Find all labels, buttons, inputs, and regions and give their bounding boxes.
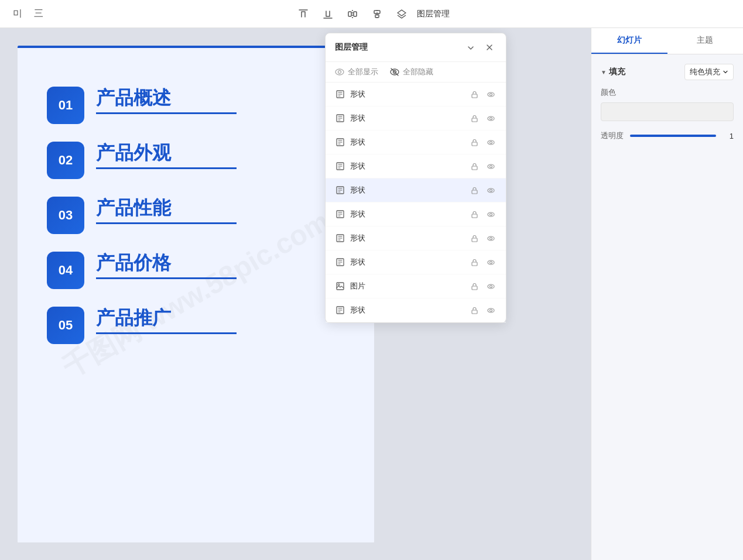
align-top-icon[interactable] (294, 5, 313, 23)
layers-icon[interactable] (392, 5, 411, 23)
layer-type-icon-4 (335, 185, 345, 195)
layer-eye-icon-5[interactable] (485, 208, 497, 220)
menu-item-01[interactable]: 01 产品概述 (47, 87, 345, 124)
layer-eye-icon-6[interactable] (485, 232, 497, 244)
main-layout: 千图网 www.58pic.com 01 产品概述 02 产品外观 03 产品性… (0, 28, 743, 560)
svg-rect-46 (472, 310, 477, 314)
svg-rect-0 (348, 12, 351, 16)
layer-eye-icon-1[interactable] (485, 112, 497, 124)
menu-item-05[interactable]: 05 产品推广 (47, 307, 345, 344)
layer-item-actions-1 (468, 112, 497, 124)
menu-text-area-05: 产品推广 (96, 307, 237, 334)
right-panel: 幻灯片 主题 ▼ 填充 纯色填充 (591, 28, 743, 560)
layer-lock-icon-0[interactable] (468, 88, 480, 100)
layer-eye-icon-4[interactable] (485, 184, 497, 196)
panel-close-icon[interactable] (482, 40, 497, 54)
layer-item-6[interactable]: 形状 (326, 226, 506, 250)
slide-inner: 千图网 www.58pic.com 01 产品概述 02 产品外观 03 产品性… (18, 46, 374, 542)
menu-items: 01 产品概述 02 产品外观 03 产品性能 04 产品价格 (47, 69, 345, 344)
menu-text-area-04: 产品价格 (96, 252, 237, 279)
slide-content: 千图网 www.58pic.com 01 产品概述 02 产品外观 03 产品性… (18, 46, 374, 542)
layer-item-actions-5 (468, 208, 497, 220)
align-bottom-icon[interactable] (319, 5, 337, 23)
svg-point-48 (489, 309, 492, 311)
layer-lock-icon-8[interactable] (468, 280, 480, 292)
layer-item-7[interactable]: 形状 (326, 250, 506, 274)
layer-eye-icon-7[interactable] (485, 256, 497, 268)
layer-visibility-bar: 全部显示 全部隐藏 (326, 62, 506, 83)
menu-item-03[interactable]: 03 产品性能 (47, 197, 345, 234)
layer-item-2[interactable]: 形状 (326, 130, 506, 154)
layer-list[interactable]: 形状 形状 (326, 83, 506, 322)
layer-item-9[interactable]: 形状 (326, 298, 506, 322)
fill-type-select[interactable]: 纯色填充 (684, 64, 734, 80)
layer-item-name-0: 形状 (350, 89, 464, 99)
layer-lock-icon-4[interactable] (468, 184, 480, 196)
layer-type-icon-0 (335, 89, 345, 99)
svg-point-19 (489, 141, 492, 143)
layer-item-name-7: 形状 (350, 257, 464, 267)
layer-lock-icon-9[interactable] (468, 304, 480, 316)
opacity-row: 透明度 1 (601, 130, 734, 141)
layer-eye-icon-2[interactable] (485, 136, 497, 148)
menu-number-box-05: 05 (47, 307, 84, 344)
menu-number-box-03: 03 (47, 197, 84, 234)
layer-lock-icon-7[interactable] (468, 256, 480, 268)
layer-item-name-5: 形状 (350, 209, 464, 219)
layer-item-actions-7 (468, 256, 497, 268)
layer-item-actions-9 (468, 304, 497, 316)
menu-underline-03 (96, 222, 237, 224)
toolbar-icon-list[interactable]: 三 (30, 6, 47, 22)
align-center-icon[interactable] (368, 5, 386, 23)
fill-section: ▼ 填充 纯色填充 颜色 透明度 (601, 64, 734, 141)
toolbar-icon-mi[interactable]: 미 (9, 6, 26, 22)
opacity-slider[interactable] (630, 135, 716, 137)
panel-collapse-icon[interactable] (464, 40, 478, 54)
svg-rect-21 (472, 166, 477, 170)
layer-item-4[interactable]: 形状 (326, 178, 506, 202)
layer-item-8[interactable]: 图片 (326, 274, 506, 298)
layer-lock-icon-5[interactable] (468, 208, 480, 220)
fill-arrow-icon: ▼ (601, 69, 607, 75)
layer-eye-icon-3[interactable] (485, 160, 497, 172)
layer-item-3[interactable]: 形状 (326, 154, 506, 178)
layer-eye-icon-0[interactable] (485, 88, 497, 100)
layer-type-icon-1 (335, 113, 345, 123)
layer-item-5[interactable]: 形状 (326, 202, 506, 226)
layer-lock-icon-3[interactable] (468, 160, 480, 172)
menu-underline-05 (96, 332, 237, 334)
opacity-slider-fill (630, 135, 716, 137)
svg-point-15 (489, 117, 492, 119)
tab-theme[interactable]: 主题 (667, 28, 744, 54)
menu-number-box-04: 04 (47, 252, 84, 289)
color-label: 颜色 (601, 87, 734, 98)
menu-item-04[interactable]: 04 产品价格 (47, 252, 345, 289)
layer-item-name-6: 形状 (350, 233, 464, 243)
tab-slide[interactable]: 幻灯片 (591, 28, 667, 54)
layer-type-icon-9 (335, 305, 345, 315)
fill-section-header: ▼ 填充 纯色填充 (601, 64, 734, 80)
layer-item-0[interactable]: 形状 (326, 83, 506, 106)
svg-point-44 (489, 285, 492, 287)
layer-panel-header: 图层管理 (326, 33, 506, 62)
layer-item-name-1: 形状 (350, 113, 464, 123)
layer-eye-icon-8[interactable] (485, 280, 497, 292)
hide-all-button[interactable]: 全部隐藏 (390, 67, 433, 77)
right-panel-content: ▼ 填充 纯色填充 颜色 透明度 (591, 54, 743, 560)
distribute-icon[interactable] (343, 5, 362, 23)
layer-lock-icon-2[interactable] (468, 136, 480, 148)
fill-section-title: ▼ 填充 (601, 67, 625, 77)
toolbar-left: 미 三 (9, 6, 47, 22)
canvas-area[interactable]: 千图网 www.58pic.com 01 产品概述 02 产品外观 03 产品性… (0, 28, 591, 560)
layer-panel-title: 图层管理 (335, 42, 368, 53)
layer-lock-icon-6[interactable] (468, 232, 480, 244)
layer-lock-icon-1[interactable] (468, 112, 480, 124)
menu-item-02[interactable]: 02 产品外观 (47, 142, 345, 179)
layer-item-name-9: 形状 (350, 305, 464, 315)
svg-rect-17 (472, 142, 477, 146)
show-all-button[interactable]: 全部显示 (335, 67, 378, 77)
layer-item-name-8: 图片 (350, 281, 464, 291)
layer-eye-icon-9[interactable] (485, 304, 497, 316)
color-picker[interactable] (601, 102, 734, 121)
layer-item-1[interactable]: 形状 (326, 106, 506, 130)
